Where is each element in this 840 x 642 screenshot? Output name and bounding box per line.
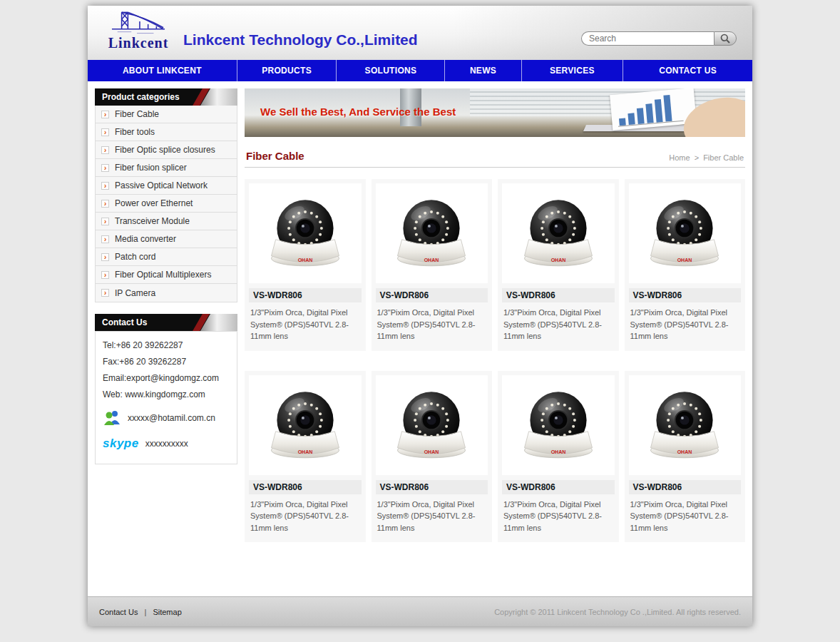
- category-item[interactable]: › IP Camera: [96, 284, 237, 302]
- product-card[interactable]: OHAN VS-WDR806 1/3"Pixim Orca, Digital P…: [498, 371, 619, 543]
- breadcrumb-current: Fiber Cable: [703, 153, 744, 162]
- footer-link-contact-us[interactable]: Contact Us: [99, 608, 138, 616]
- category-label: Transceiver Module: [115, 216, 190, 226]
- chevron-right-icon: ›: [101, 111, 109, 118]
- dome-camera-icon: OHAN: [511, 188, 605, 279]
- product-image: OHAN: [376, 183, 488, 283]
- product-card[interactable]: OHAN VS-WDR806 1/3"Pixim Orca, Digital P…: [245, 179, 366, 351]
- footer-link-sitemap[interactable]: Sitemap: [153, 608, 181, 616]
- product-card[interactable]: OHAN VS-WDR806 1/3"Pixim Orca, Digital P…: [625, 371, 746, 543]
- contact-us-title: Contact Us: [102, 317, 147, 327]
- footer-separator: |: [144, 608, 146, 616]
- product-name[interactable]: VS-WDR806: [502, 288, 615, 302]
- product-image: OHAN: [629, 375, 742, 475]
- camera-brand-text: OHAN: [677, 258, 692, 263]
- product-image: OHAN: [249, 183, 362, 283]
- product-image: OHAN: [502, 375, 615, 475]
- nav-item[interactable]: SERVICES: [522, 60, 624, 81]
- contact-email[interactable]: Email:export@kingdomgz.com: [103, 373, 230, 383]
- category-label: Fiber Optic splice closures: [115, 145, 215, 155]
- header: Linkcent Linkcent Technology Co.,Limited: [88, 6, 752, 60]
- chevron-right-icon: ›: [101, 164, 109, 172]
- camera-brand-text: OHAN: [424, 449, 439, 454]
- nav-item[interactable]: CONTACT US: [623, 60, 752, 81]
- bridge-logo-icon: [111, 8, 166, 36]
- category-item[interactable]: › Passive Optical Network: [96, 177, 237, 195]
- chevron-right-icon: ›: [101, 253, 109, 261]
- breadcrumb: Home > Fiber Cable: [667, 153, 744, 162]
- product-description: 1/3"Pixim Orca, Digital Pixel System® (D…: [376, 307, 488, 342]
- product-name[interactable]: VS-WDR806: [629, 288, 742, 302]
- product-card[interactable]: OHAN VS-WDR806 1/3"Pixim Orca, Digital P…: [245, 371, 366, 543]
- category-label: Fiber fusion splicer: [115, 163, 187, 173]
- category-item[interactable]: › Patch cord: [96, 248, 237, 266]
- product-image: OHAN: [502, 183, 615, 283]
- product-name[interactable]: VS-WDR806: [376, 288, 488, 302]
- product-categories-header: Product categories: [95, 88, 237, 106]
- camera-brand-text: OHAN: [424, 258, 439, 263]
- dome-camera-icon: OHAN: [258, 188, 352, 279]
- product-image: OHAN: [629, 183, 742, 283]
- chevron-right-icon: ›: [101, 289, 109, 297]
- contact-box: Tel:+86 20 39262287 Fax:+86 20 39262287 …: [95, 331, 237, 464]
- page: Linkcent Linkcent Technology Co.,Limited…: [88, 6, 752, 626]
- breadcrumb-separator: >: [695, 153, 699, 162]
- search-icon: [719, 33, 731, 44]
- skype-id[interactable]: xxxxxxxxxx: [145, 439, 188, 449]
- category-item[interactable]: › Media converter: [96, 230, 237, 248]
- category-item[interactable]: › Fiber Optical Multiplexers: [96, 266, 237, 284]
- product-description: 1/3"Pixim Orca, Digital Pixel System® (D…: [249, 307, 362, 342]
- breadcrumb-home[interactable]: Home: [669, 153, 690, 162]
- nav-item[interactable]: ABOUT LINKCENT: [88, 60, 237, 81]
- category-label: Power over Ethernet: [115, 198, 193, 208]
- category-item[interactable]: › Power over Ethernet: [96, 195, 237, 213]
- category-item[interactable]: › Fiber Cable: [96, 106, 237, 123]
- sidebar: Product categories › Fiber Cable › Fiber…: [95, 88, 237, 464]
- main-area: We Sell the Best, And Service the Best F…: [245, 88, 745, 542]
- main-nav: ABOUT LINKCENTPRODUCTSSOLUTIONSNEWSSERVI…: [88, 60, 752, 81]
- product-description: 1/3"Pixim Orca, Digital Pixel System® (D…: [629, 307, 742, 342]
- search-input[interactable]: [581, 31, 714, 46]
- category-item[interactable]: › Transceiver Module: [96, 213, 237, 230]
- camera-brand-text: OHAN: [297, 449, 312, 454]
- msn-address[interactable]: xxxxx@hotamil.com.cn: [128, 413, 215, 423]
- chevron-right-icon: ›: [101, 146, 109, 154]
- footer: Contact Us | Sitemap Copyright © 2011 Li…: [88, 596, 752, 626]
- category-item[interactable]: › Fiber Optic splice closures: [96, 141, 237, 159]
- category-list: › Fiber Cable › Fiber tools › Fiber Opti…: [95, 106, 237, 302]
- skype-logo: skype: [103, 437, 139, 451]
- dome-camera-icon: OHAN: [511, 379, 605, 471]
- nav-item[interactable]: SOLUTIONS: [337, 60, 445, 81]
- product-card[interactable]: OHAN VS-WDR806 1/3"Pixim Orca, Digital P…: [372, 371, 493, 543]
- footer-links: Contact Us | Sitemap: [99, 608, 182, 616]
- camera-brand-text: OHAN: [297, 258, 312, 263]
- dome-camera-icon: OHAN: [637, 188, 732, 279]
- dome-camera-icon: OHAN: [637, 379, 732, 471]
- product-name[interactable]: VS-WDR806: [249, 480, 362, 494]
- product-name[interactable]: VS-WDR806: [249, 288, 362, 302]
- product-name[interactable]: VS-WDR806: [376, 480, 488, 494]
- search-button[interactable]: [714, 31, 737, 46]
- product-name[interactable]: VS-WDR806: [629, 480, 742, 494]
- dome-camera-icon: OHAN: [384, 379, 478, 471]
- category-item[interactable]: › Fiber fusion splicer: [96, 159, 237, 177]
- chevron-right-icon: ›: [101, 128, 109, 136]
- category-label: Patch cord: [115, 252, 155, 262]
- contact-web[interactable]: Web: www.kingdomgz.com: [103, 389, 230, 399]
- product-description: 1/3"Pixim Orca, Digital Pixel System® (D…: [502, 307, 615, 342]
- nav-item[interactable]: NEWS: [445, 60, 521, 81]
- banner: We Sell the Best, And Service the Best: [245, 88, 745, 137]
- product-name[interactable]: VS-WDR806: [502, 480, 615, 494]
- company-logo[interactable]: Linkcent: [96, 8, 180, 51]
- product-description: 1/3"Pixim Orca, Digital Pixel System® (D…: [629, 499, 742, 534]
- category-label: Fiber Cable: [115, 109, 159, 119]
- product-card[interactable]: OHAN VS-WDR806 1/3"Pixim Orca, Digital P…: [372, 179, 493, 351]
- product-card[interactable]: OHAN VS-WDR806 1/3"Pixim Orca, Digital P…: [625, 179, 746, 351]
- chevron-right-icon: ›: [101, 235, 109, 243]
- product-image: OHAN: [249, 375, 362, 475]
- product-card[interactable]: OHAN VS-WDR806 1/3"Pixim Orca, Digital P…: [498, 179, 619, 351]
- category-item[interactable]: › Fiber tools: [96, 123, 237, 141]
- nav-item[interactable]: PRODUCTS: [237, 60, 337, 81]
- chevron-right-icon: ›: [101, 271, 109, 279]
- product-description: 1/3"Pixim Orca, Digital Pixel System® (D…: [249, 499, 362, 534]
